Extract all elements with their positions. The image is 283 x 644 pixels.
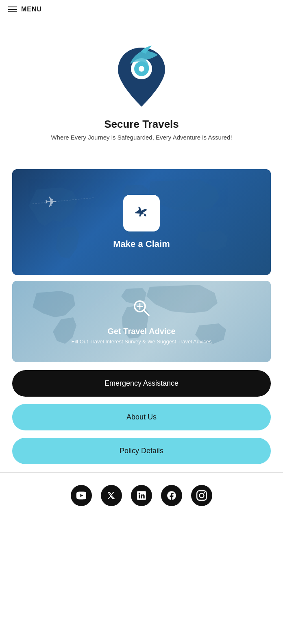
airplane-small-icon: ✈ [45,194,57,211]
social-footer [0,472,283,522]
instagram-icon[interactable] [191,485,212,506]
svg-point-2 [139,66,144,72]
emergency-assistance-button[interactable]: Emergency Assistance [12,370,271,397]
make-a-claim-card[interactable]: ✈ Make a Claim [12,169,271,275]
advice-label: Get Travel Advice [107,327,175,336]
youtube-icon[interactable] [71,485,92,506]
header: MENU [0,0,283,19]
cards-section: ✈ Make a Claim Ge [0,157,283,370]
policy-details-button[interactable]: Policy Details [12,438,271,464]
brand-title: Secure Travels [104,118,179,131]
menu-label: MENU [21,6,42,13]
travel-advice-card[interactable]: Get Travel Advice Fill Out Travel Intere… [12,281,271,362]
svg-line-5 [144,310,149,315]
twitter-icon[interactable] [101,485,122,506]
about-us-button[interactable]: About Us [12,404,271,430]
brand-subtitle: Where Every Journey is Safeguarded, Ever… [51,134,232,141]
facebook-icon[interactable] [161,485,182,506]
advice-sublabel: Fill Out Travel Interest Survey & We Sug… [63,338,220,345]
logo [113,44,170,111]
hero-section: Secure Travels Where Every Journey is Sa… [0,19,283,157]
linkedin-icon[interactable] [131,485,152,506]
claim-icon-box [123,195,160,231]
action-buttons: Emergency Assistance About Us Policy Det… [0,370,283,472]
menu-button[interactable] [8,7,17,12]
search-magnify-icon [132,298,151,322]
claim-label: Make a Claim [113,239,170,249]
airplane-right-icon [131,203,152,224]
